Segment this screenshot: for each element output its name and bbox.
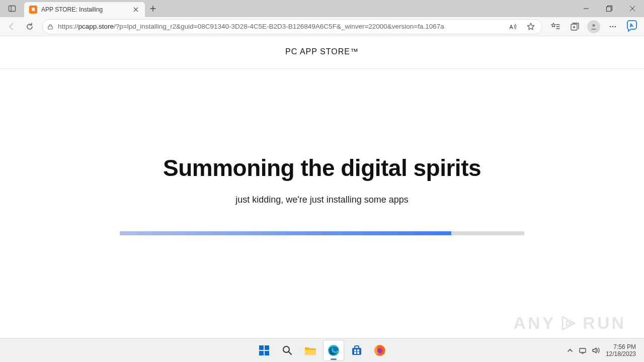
volume-button[interactable] (592, 346, 600, 354)
svg-rect-13 (265, 351, 269, 355)
ellipsis-icon (608, 22, 618, 32)
back-button[interactable] (3, 19, 20, 35)
plus-icon (149, 5, 156, 12)
sidebar-layout-icon (8, 5, 16, 13)
svg-rect-19 (354, 352, 356, 354)
new-tab-button[interactable] (145, 0, 161, 17)
svg-rect-16 (352, 348, 361, 355)
svg-rect-23 (580, 348, 586, 352)
svg-rect-10 (259, 345, 264, 350)
chevron-up-icon (567, 347, 574, 354)
start-button[interactable] (254, 340, 274, 360)
tab-close-icon[interactable] (132, 6, 140, 14)
browser-tab[interactable]: APP STORE: Installing (24, 2, 145, 17)
maximize-button[interactable] (598, 0, 621, 17)
windows-icon (258, 344, 270, 356)
minimize-icon (583, 6, 589, 12)
star-icon (526, 22, 535, 31)
svg-rect-0 (9, 6, 16, 12)
edge-button[interactable] (324, 340, 344, 360)
svg-point-8 (612, 26, 614, 27)
search-icon (282, 345, 293, 356)
more-button[interactable] (604, 19, 622, 35)
minimize-button[interactable] (575, 0, 598, 17)
tray-clock[interactable]: 7:56 PM 12/18/2023 (606, 343, 636, 357)
favorites-list-icon (550, 22, 560, 32)
svg-rect-18 (357, 349, 359, 351)
tab-actions-button[interactable] (0, 0, 24, 17)
profile-button[interactable] (585, 19, 603, 35)
avatar-icon (587, 20, 600, 33)
firefox-button[interactable] (370, 340, 390, 360)
address-bar[interactable]: https://pcapp.store/?p=lpd_installing_r2… (42, 19, 542, 34)
page-content: PC APP STORE™ Summoning the digital spir… (0, 36, 644, 338)
play-icon (560, 315, 578, 332)
volume-icon (592, 346, 600, 354)
network-icon (579, 346, 587, 354)
network-button[interactable] (579, 346, 587, 354)
brand-title: PC APP STORE™ (0, 36, 644, 56)
lock-icon (47, 23, 54, 30)
svg-point-9 (615, 26, 616, 27)
progress-bar (120, 231, 524, 235)
url-text: https://pcapp.store/?p=lpd_installing_r2… (58, 23, 502, 30)
watermark-right: RUN (583, 313, 626, 333)
arrow-left-icon (7, 22, 16, 31)
favorite-button[interactable] (524, 19, 538, 35)
folder-icon (304, 344, 317, 357)
watermark: ANY RUN (514, 313, 626, 333)
tab-title: APP STORE: Installing (41, 6, 128, 13)
refresh-button[interactable] (21, 19, 38, 35)
favorites-list-button[interactable] (546, 19, 565, 35)
maximize-icon (606, 6, 612, 12)
read-aloud-button[interactable] (506, 19, 520, 35)
firefox-icon (373, 344, 386, 357)
toolbar-right (546, 19, 641, 35)
watermark-left: ANY (514, 313, 556, 333)
bing-chat-icon (625, 20, 638, 33)
tray-time: 7:56 PM (606, 343, 636, 350)
subline: just kidding, we're just installing some… (0, 195, 644, 205)
collections-button[interactable] (566, 19, 584, 35)
file-explorer-button[interactable] (300, 340, 320, 360)
svg-rect-3 (607, 7, 611, 12)
edge-icon (327, 344, 340, 357)
svg-point-7 (610, 26, 611, 27)
taskbar-center (254, 340, 390, 360)
browser-toolbar: https://pcapp.store/?p=lpd_installing_r2… (0, 17, 644, 36)
close-icon (629, 6, 635, 12)
svg-point-6 (592, 24, 595, 26)
close-window-button[interactable] (621, 0, 644, 17)
refresh-icon (25, 22, 34, 31)
svg-rect-12 (259, 351, 264, 355)
svg-point-22 (377, 348, 382, 353)
bing-discover-button[interactable] (623, 19, 641, 35)
system-tray: 7:56 PM 12/18/2023 (567, 343, 644, 357)
search-button[interactable] (277, 340, 297, 360)
tray-overflow-button[interactable] (567, 347, 574, 354)
taskbar: 7:56 PM 12/18/2023 (0, 338, 644, 362)
window-controls (575, 0, 644, 17)
svg-rect-11 (265, 345, 269, 350)
headline: Summoning the digital spirits (0, 154, 644, 182)
divider (0, 68, 644, 69)
svg-rect-4 (48, 26, 52, 29)
collections-icon (570, 22, 580, 32)
progress-fill (120, 231, 451, 235)
svg-rect-20 (357, 352, 359, 354)
store-icon (351, 344, 363, 356)
tray-date: 12/18/2023 (606, 350, 636, 357)
svg-point-14 (283, 346, 289, 352)
browser-titlebar: APP STORE: Installing (0, 0, 644, 17)
microsoft-store-button[interactable] (347, 340, 367, 360)
tab-favicon-icon (29, 6, 37, 14)
read-aloud-icon (508, 22, 517, 31)
svg-rect-17 (354, 349, 356, 351)
